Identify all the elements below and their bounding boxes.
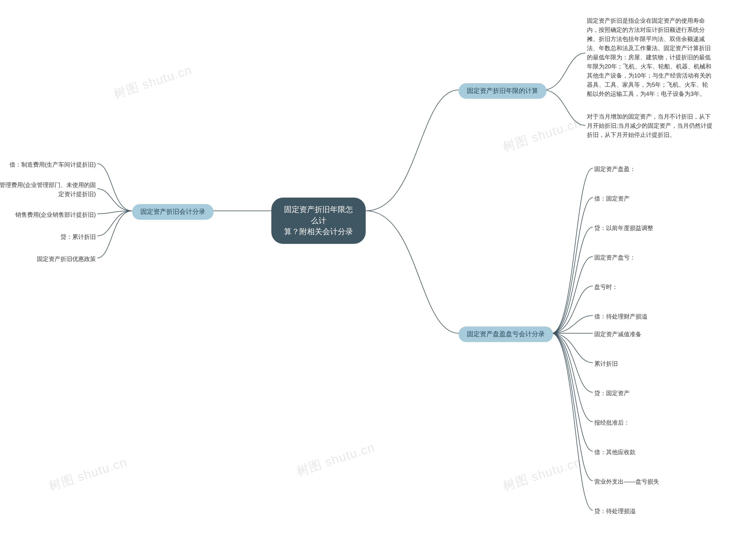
branch-inventory-entries[interactable]: 固定资产盘盈盘亏会计分录 <box>459 326 553 342</box>
leaf-left-2: 销售费用(企业销售部计提折旧) <box>7 210 96 219</box>
leaf-inv-9: 报经批准后： <box>594 418 630 427</box>
leaf-inv-0: 固定资产盘盈： <box>594 164 636 174</box>
leaf-inv-3: 固定资产盘亏： <box>594 253 636 262</box>
leaf-inv-5: 借：待处理财产损溢 <box>594 312 647 321</box>
branch-deprec-calc[interactable]: 固定资产折旧年限的计算 <box>459 83 547 99</box>
branch-label: 固定资产折旧年限的计算 <box>467 87 538 94</box>
center-line2: 算？附相关会计分录 <box>284 227 353 236</box>
branch-deprec-entries[interactable]: 固定资产折旧会计分录 <box>132 204 214 220</box>
leaf-inv-8: 贷：固定资产 <box>594 389 630 398</box>
watermark: 树图 shutu.cn <box>294 439 377 480</box>
leaf-inv-2: 贷：以前年度损益调整 <box>594 223 653 233</box>
leaf-inv-1: 借：固定资产 <box>594 194 630 203</box>
leaf-deprec-desc: 固定资产折旧是指企业在固定资产的使用寿命内，按照确定的方法对应计折旧额进行系统分… <box>587 16 714 99</box>
branch-label: 固定资产盘盈盘亏会计分录 <box>467 330 545 338</box>
leaf-inv-4: 盘亏时： <box>594 282 618 292</box>
center-line1: 固定资产折旧年限怎么计 <box>284 205 353 225</box>
leaf-left-0: 借：制造费用(生产车间计提折旧) <box>7 160 96 169</box>
branch-label: 固定资产折旧会计分录 <box>140 208 205 215</box>
watermark: 树图 shutu.cn <box>501 115 583 156</box>
leaf-inv-7: 累计折旧 <box>594 359 618 368</box>
watermark: 树图 shutu.cn <box>112 62 194 103</box>
leaf-left-4: 固定资产折旧优惠政策 <box>7 255 96 264</box>
center-topic[interactable]: 固定资产折旧年限怎么计 算？附相关会计分录 <box>271 198 366 244</box>
leaf-deprec-rule: 对于当月增加的固定资产，当月不计折旧，从下月开始折旧;当月减少的固定资产，当月仍… <box>587 112 714 139</box>
leaf-left-3: 贷：累计折旧 <box>7 233 96 241</box>
leaf-left-1: 管理费用(企业管理部门、未使用的固定资计提折旧) <box>0 180 96 199</box>
watermark: 树图 shutu.cn <box>501 454 583 495</box>
leaf-inv-12: 贷：待处理损溢 <box>594 507 636 516</box>
leaf-inv-10: 借：其他应收款 <box>594 448 636 457</box>
leaf-inv-6: 固定资产减值准备 <box>594 330 641 339</box>
watermark: 树图 shutu.cn <box>46 454 129 495</box>
leaf-inv-11: 营业外支出——盘亏损失 <box>594 477 659 486</box>
